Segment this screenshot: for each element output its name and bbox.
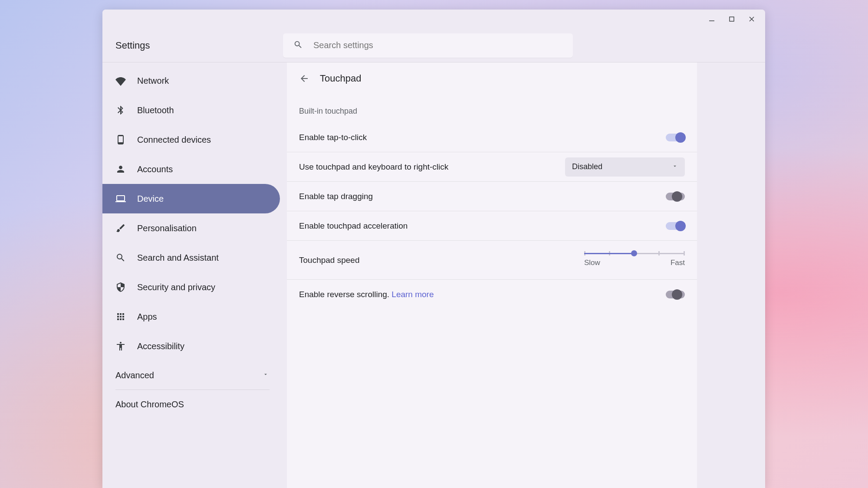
sidebar-item-device[interactable]: Device	[102, 184, 280, 213]
sidebar-item-search-assistant[interactable]: Search and Assistant	[102, 243, 280, 272]
shield-icon	[115, 282, 137, 292]
right-click-dropdown[interactable]: Disabled	[565, 157, 685, 177]
setting-tap-to-click: Enable tap-to-click	[287, 123, 697, 152]
content-card: Touchpad Built-in touchpad Enable tap-to…	[287, 62, 697, 488]
acceleration-toggle[interactable]	[666, 222, 685, 230]
search-box[interactable]	[283, 33, 573, 58]
nav-label: Network	[137, 76, 169, 86]
phone-icon	[115, 134, 137, 145]
sidebar-item-security-privacy[interactable]: Security and privacy	[102, 272, 280, 302]
setting-label: Enable touchpad acceleration	[299, 221, 408, 231]
back-button[interactable]	[299, 73, 309, 84]
nav-label: Accounts	[137, 164, 173, 174]
setting-label: Use touchpad and keyboard to right-click	[299, 162, 448, 172]
header: Settings	[102, 29, 765, 62]
sidebar-item-connected-devices[interactable]: Connected devices	[102, 125, 280, 154]
titlebar	[102, 10, 765, 29]
wifi-icon	[115, 75, 137, 86]
app-title: Settings	[115, 40, 283, 51]
content-area: Touchpad Built-in touchpad Enable tap-to…	[283, 62, 765, 488]
close-button[interactable]	[742, 10, 762, 28]
page-header: Touchpad	[287, 62, 697, 95]
learn-more-link[interactable]: Learn more	[391, 290, 434, 299]
about-chromeos[interactable]: About ChromeOS	[102, 390, 283, 419]
search-input[interactable]	[313, 40, 530, 50]
nav-label: Bluetooth	[137, 105, 174, 115]
sidebar-item-personalisation[interactable]: Personalisation	[102, 213, 280, 243]
nav-label: Apps	[137, 312, 157, 322]
setting-acceleration: Enable touchpad acceleration	[287, 211, 697, 241]
chevron-down-icon	[263, 371, 269, 379]
setting-speed: Touchpad speed Slow	[287, 241, 697, 280]
tap-dragging-toggle[interactable]	[666, 193, 685, 200]
speed-slider[interactable]: Slow Fast	[584, 253, 685, 267]
dropdown-value: Disabled	[572, 162, 602, 171]
sidebar-item-accessibility[interactable]: Accessibility	[102, 331, 280, 361]
setting-right-click: Use touchpad and keyboard to right-click…	[287, 152, 697, 182]
page-title: Touchpad	[320, 73, 361, 84]
setting-reverse-scrolling: Enable reverse scrolling. Learn more	[287, 280, 697, 309]
nav-label: Search and Assistant	[137, 253, 219, 263]
search-icon	[293, 40, 313, 51]
setting-label: Touchpad speed	[299, 255, 359, 265]
nav-label: Security and privacy	[137, 282, 215, 292]
brush-icon	[115, 223, 137, 233]
sidebar-item-bluetooth[interactable]: Bluetooth	[102, 95, 280, 125]
grid-icon	[115, 311, 137, 322]
accessibility-icon	[115, 341, 137, 351]
minimize-button[interactable]	[702, 10, 722, 28]
bluetooth-icon	[115, 105, 137, 115]
settings-window: Settings Network Bluetooth Connected de	[102, 10, 765, 488]
sidebar-item-apps[interactable]: Apps	[102, 302, 280, 331]
maximize-button[interactable]	[722, 10, 742, 28]
setting-label: Enable tap-to-click	[299, 133, 367, 142]
slow-label: Slow	[584, 259, 600, 267]
sidebar-item-network[interactable]: Network	[102, 66, 280, 95]
reverse-scrolling-toggle[interactable]	[666, 291, 685, 298]
nav-label: Accessibility	[137, 341, 184, 351]
person-icon	[115, 164, 137, 174]
nav-label: Device	[137, 194, 164, 204]
advanced-toggle[interactable]: Advanced	[102, 361, 283, 390]
section-label: Built-in touchpad	[287, 95, 697, 123]
setting-label: Enable reverse scrolling. Learn more	[299, 290, 434, 299]
sidebar-item-accounts[interactable]: Accounts	[102, 154, 280, 184]
laptop-icon	[115, 193, 137, 204]
nav-label: Personalisation	[137, 223, 197, 233]
svg-rect-1	[730, 17, 734, 21]
setting-tap-dragging: Enable tap dragging	[287, 182, 697, 211]
setting-label: Enable tap dragging	[299, 192, 373, 201]
search-icon	[115, 252, 137, 263]
chevron-down-icon	[672, 162, 678, 171]
fast-label: Fast	[671, 259, 685, 267]
nav-label: Connected devices	[137, 135, 211, 145]
tap-to-click-toggle[interactable]	[666, 134, 685, 141]
sidebar: Network Bluetooth Connected devices Acco…	[102, 62, 283, 488]
